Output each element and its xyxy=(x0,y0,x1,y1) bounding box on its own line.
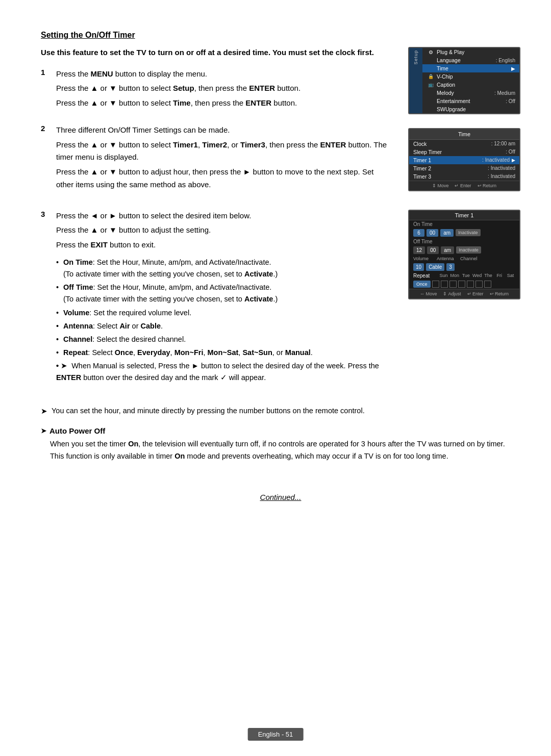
intro-text: Use this feature to set the TV to turn o… xyxy=(41,47,393,59)
day-thu-box xyxy=(467,281,474,288)
auto-power-text: When you set the timer On, the televisio… xyxy=(41,438,520,463)
day-fri-box xyxy=(475,281,483,288)
on-time-row: 6 00 am Inactivate xyxy=(409,228,519,238)
off-time-label: Off Time xyxy=(413,239,433,244)
note-block: ➤ You can set the hour, and minute direc… xyxy=(41,405,520,417)
menu-caption: 📺 Caption xyxy=(422,81,519,89)
day-wed-box xyxy=(458,281,465,288)
bullet-ontime: On Time: Set the Hour, Minute, am/pm, an… xyxy=(56,257,393,280)
step-2: 2 Three different On/Off Timer Settings … xyxy=(41,124,393,193)
vol-label: Volume xyxy=(413,256,435,261)
bullet-offtime: Off Time: Set the Hour, Minute, am/pm, a… xyxy=(56,282,393,305)
day-sat-box xyxy=(484,281,491,288)
bullet-antenna: Antenna: Select Air or Cable. xyxy=(56,320,393,332)
screen3-col: Timer 1 On Time 6 00 am Inactivate Off T… xyxy=(408,206,520,398)
once-btn[interactable]: Once xyxy=(413,281,431,288)
day-tue-box xyxy=(449,281,457,288)
time-menu-screen: Time Clock : 12:00 am Sleep Timer : Off … xyxy=(408,128,520,191)
time-screen-footer: ⇕ Move ↵ Enter ↩ Return xyxy=(409,181,519,190)
off-time-label-row: Off Time xyxy=(409,238,519,245)
time-timer1-row: Timer 1 : Inactivated ▶ xyxy=(409,156,519,164)
step-2-content: Three different On/Off Timer Settings ca… xyxy=(56,124,393,193)
on-time-label-row: On Time xyxy=(409,220,519,228)
off-inactivate-btn[interactable]: Inactivate xyxy=(456,246,481,254)
on-time-label: On Time xyxy=(413,221,433,227)
continued-text: Continued... xyxy=(41,493,520,501)
note-text: You can set the hour, and minute directl… xyxy=(52,405,365,417)
vol-val-box: 10 xyxy=(413,263,424,271)
on-min-box: 00 xyxy=(427,229,438,237)
step-3-number: 3 xyxy=(41,210,56,218)
step-2-row: 2 Three different On/Off Timer Settings … xyxy=(41,124,520,206)
step-1: 1 Press the MENU button to display the m… xyxy=(41,68,393,112)
bullet-manual: • ➤ When Manual is selected, Press the ►… xyxy=(56,360,393,384)
step-2-number: 2 xyxy=(41,124,56,133)
on-ampm-box: am xyxy=(440,229,454,237)
time-clock-row: Clock : 12:00 am xyxy=(409,140,519,148)
step-3-content: Press the ◄ or ► button to select the de… xyxy=(56,210,393,386)
sidebar-setup-label: Setup xyxy=(413,50,418,65)
setup-menu-screen: Setup ⚙ Plug & Play Language : English xyxy=(408,47,520,114)
off-time-row: 12 00 am Inactivate xyxy=(409,245,519,255)
menu-vchip: 🔒 V-Chip xyxy=(422,72,519,81)
off-min-box: 00 xyxy=(427,246,439,254)
timer1-screen: Timer 1 On Time 6 00 am Inactivate Off T… xyxy=(408,210,520,299)
timer1-title: Timer 1 xyxy=(409,211,519,220)
timer1-footer: ↔ Move ⇕ Adjust ↵ Enter ↩ Return xyxy=(409,289,519,298)
auto-power-title: Auto Power Off xyxy=(41,426,520,435)
ant-label: Antenna xyxy=(437,256,458,261)
bullet-repeat: Repeat: Select Once, Everyday, Mon~Fri, … xyxy=(56,347,393,359)
time-timer3-row: Timer 3 : Inactivated xyxy=(409,172,519,181)
on-hour-box: 6 xyxy=(413,229,424,237)
step-3-row: 3 Press the ◄ or ► button to select the … xyxy=(41,206,520,398)
screen2-col: Time Clock : 12:00 am Sleep Timer : Off … xyxy=(408,124,520,206)
menu-plug-play: ⚙ Plug & Play xyxy=(422,48,519,56)
off-hour-box: 12 xyxy=(413,246,425,254)
section-title: Setting the On/Off Timer xyxy=(41,31,520,40)
on-inactivate-btn[interactable]: Inactivate xyxy=(456,229,481,236)
repeat-label-row: Repeat Sun Mon Tue Wed The Fri Sat xyxy=(409,272,519,280)
step-1-content: Press the MENU button to display the men… xyxy=(56,68,393,112)
ch-label: Channel xyxy=(460,256,482,261)
menu-time-highlighted: Time ▶ xyxy=(422,64,519,72)
time-timer2-row: Timer 2 : Inactivated xyxy=(409,164,519,172)
screen-column: Setup ⚙ Plug & Play Language : English xyxy=(408,47,520,114)
day-mon-box xyxy=(441,281,448,288)
menu-swupgrade: SWUpgrade xyxy=(422,105,519,113)
day-sun-box xyxy=(432,281,439,288)
step-1-number: 1 xyxy=(41,68,56,77)
ch-val-box: 3 xyxy=(446,263,455,271)
menu-melody: Melody : Medium xyxy=(422,89,519,97)
page-content: Setting the On/Off Timer Use this featur… xyxy=(0,0,551,532)
repeat-val-row: Once xyxy=(409,280,519,289)
off-ampm-box: am xyxy=(441,246,454,254)
step-3: 3 Press the ◄ or ► button to select the … xyxy=(41,210,393,386)
auto-power-section: Auto Power Off When you set the timer On… xyxy=(41,426,520,463)
ant-val-box: Cable xyxy=(426,263,444,271)
time-sleep-row: Sleep Timer : Off xyxy=(409,148,519,156)
bullet-list: On Time: Set the Hour, Minute, am/pm, an… xyxy=(56,257,393,384)
vac-val-row: 10 Cable 3 xyxy=(409,262,519,272)
time-screen-title: Time xyxy=(409,129,519,140)
menu-entertainment: Entertainment : Off xyxy=(422,97,519,105)
bullet-channel: Channel: Select the desired channel. xyxy=(56,334,393,345)
note-arrow-icon: ➤ xyxy=(41,405,47,417)
page-footer: English - 51 xyxy=(248,728,304,741)
bullet-volume: Volume: Set the required volume level. xyxy=(56,307,393,319)
repeat-label: Repeat xyxy=(413,273,437,279)
menu-language: Language : English xyxy=(422,56,519,64)
vac-label-row: Volume Antenna Channel xyxy=(409,255,519,262)
